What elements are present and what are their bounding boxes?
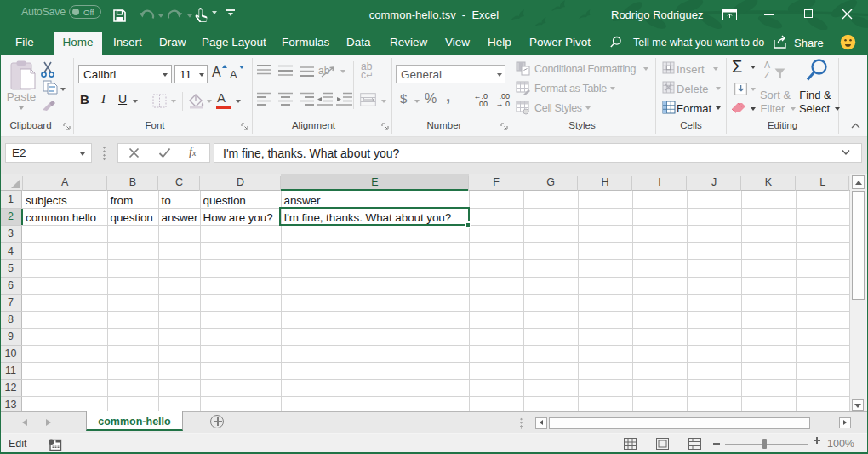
svg-text:A: A: [764, 60, 770, 70]
svg-text:Z: Z: [764, 70, 770, 80]
